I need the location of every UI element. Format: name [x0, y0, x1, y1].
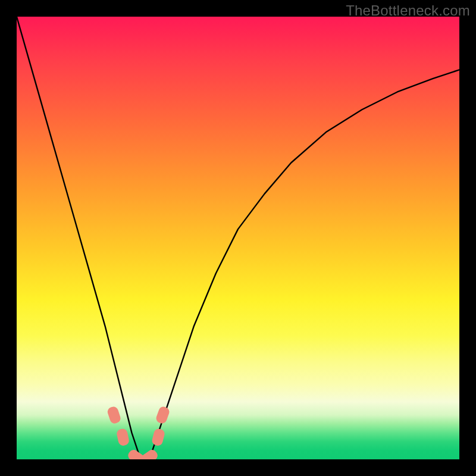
marker-left-upper: [107, 406, 122, 425]
bottleneck-curve-path: [17, 17, 459, 459]
marker-left-lower: [116, 428, 130, 446]
chart-svg: [17, 17, 459, 459]
chart-frame: TheBottleneck.com: [0, 0, 476, 476]
plot-area: [17, 17, 459, 459]
marker-trough-right: [140, 448, 159, 459]
marker-right-upper: [155, 405, 170, 424]
bottleneck-curve: [17, 17, 459, 459]
marker-right-lower: [151, 428, 165, 447]
